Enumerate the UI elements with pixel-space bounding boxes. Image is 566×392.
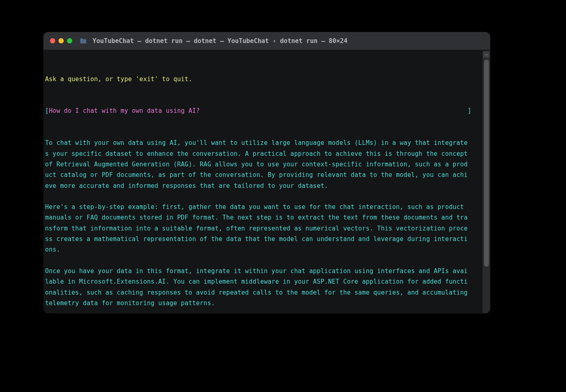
user-input: How do I chat with my own data using AI? <box>49 106 200 116</box>
close-button[interactable] <box>50 38 55 43</box>
terminal-window: YouTubeChat — dotnet run — dotnet — YouT… <box>43 32 490 313</box>
scrollbar[interactable] <box>482 51 490 313</box>
prompt-line: Ask a question, or type 'exit' to quit. <box>45 74 471 84</box>
terminal-body[interactable]: Ask a question, or type 'exit' to quit. … <box>43 50 490 313</box>
input-bracket-left: [ <box>45 106 49 116</box>
input-line: [How do I chat with my own data using AI… <box>45 106 471 116</box>
terminal-content: Ask a question, or type 'exit' to quit. … <box>45 52 471 313</box>
input-bracket-right: ] <box>468 106 471 116</box>
scroll-up-button[interactable] <box>483 51 490 58</box>
ai-response: To chat with your own data using AI, you… <box>45 138 471 313</box>
minimize-button[interactable] <box>58 38 64 43</box>
title-bar: YouTubeChat — dotnet run — dotnet — YouT… <box>43 32 490 50</box>
window-title: YouTubeChat — dotnet run — dotnet — YouT… <box>93 37 348 45</box>
traffic-lights <box>50 38 72 43</box>
scrollbar-thumb[interactable] <box>484 60 489 267</box>
maximize-button[interactable] <box>67 38 72 43</box>
folder-icon <box>80 38 87 44</box>
